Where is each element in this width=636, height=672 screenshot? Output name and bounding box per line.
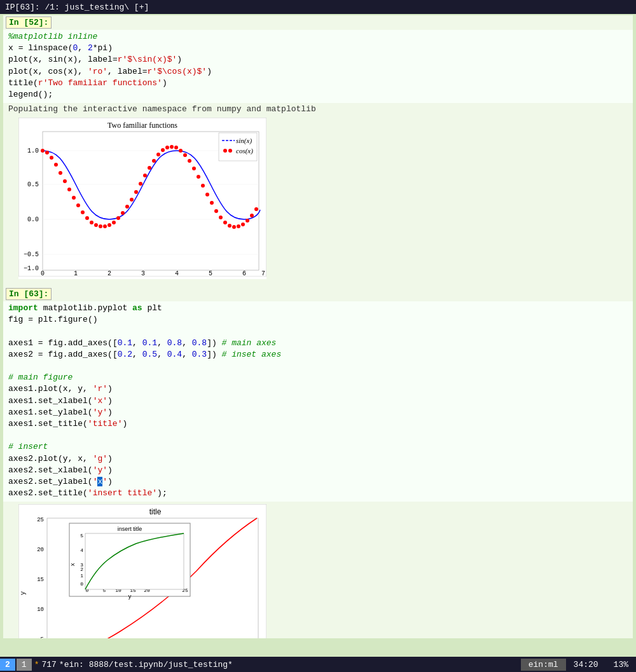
notebook: In [52]: %matplotlib inline x = linspace…: [3, 15, 633, 638]
svg-text:4: 4: [175, 270, 179, 277]
svg-point-47: [161, 148, 165, 152]
svg-point-28: [76, 203, 80, 207]
svg-point-57: [205, 193, 209, 196]
svg-point-45: [152, 159, 156, 163]
svg-point-74: [228, 149, 232, 153]
svg-point-22: [50, 156, 53, 160]
svg-point-41: [134, 190, 138, 194]
svg-point-54: [192, 167, 196, 170]
code-line-6: legend();: [8, 89, 628, 100]
svg-point-32: [94, 223, 98, 227]
c63-line-4: axes1 = fig.add_axes([0.1, 0.1, 0.8, 0.8…: [8, 338, 628, 349]
svg-text:0: 0: [41, 270, 45, 277]
svg-point-65: [241, 223, 245, 226]
svg-point-29: [81, 210, 85, 214]
status-cell-num1: 2: [0, 659, 15, 671]
c63-line-12: [8, 430, 628, 441]
title-text: IP[63]: /1: just_testing\ [+]: [5, 3, 149, 12]
chart-1-svg: Two familiar functions 1.0 0.5 0.0 −0.5 …: [18, 118, 266, 277]
svg-text:15: 15: [37, 577, 44, 583]
svg-point-34: [103, 224, 107, 228]
svg-text:x: x: [70, 563, 76, 566]
svg-point-67: [250, 214, 254, 217]
svg-text:5: 5: [209, 270, 212, 277]
c63-line-3: [8, 326, 628, 338]
svg-point-42: [139, 182, 142, 186]
svg-point-62: [228, 224, 232, 228]
svg-point-63: [232, 225, 236, 229]
svg-point-48: [165, 146, 169, 149]
c63-line-16: axes2.set_ylabel('x'): [8, 476, 628, 488]
svg-point-60: [219, 216, 223, 219]
svg-text:2: 2: [80, 566, 83, 572]
c63-line-5: axes2 = fig.add_axes([0.2, 0.5, 0.4, 0.3…: [8, 349, 628, 360]
svg-text:5: 5: [41, 636, 44, 638]
c63-line-10: axes1.set_ylabel('y'): [8, 407, 628, 418]
code-line-5: title(r'Two familiar functions'): [8, 78, 628, 89]
cell-63-code: import matplotlib.pyplot as plt fig = pl…: [3, 301, 633, 502]
svg-text:0.5: 0.5: [27, 181, 39, 188]
svg-point-25: [63, 179, 67, 183]
title-bar: IP[63]: /1: just_testing\ [+]: [0, 0, 636, 14]
svg-point-23: [54, 163, 58, 167]
svg-point-31: [90, 221, 93, 224]
status-percent: 13%: [606, 659, 636, 671]
svg-point-51: [179, 149, 183, 153]
svg-text:0.0: 0.0: [27, 216, 39, 223]
chart-2-container: title 25 20 15 10 5 0 0 1 2 3 4 5 y x: [18, 504, 266, 638]
svg-point-73: [223, 149, 227, 153]
svg-point-39: [125, 205, 129, 209]
status-bar-right: ein:ml 34:20 13%: [521, 659, 636, 671]
svg-text:6: 6: [242, 270, 246, 277]
svg-point-43: [143, 174, 147, 177]
cell-63-label: In [63]:: [6, 288, 52, 300]
svg-text:20: 20: [37, 547, 44, 553]
svg-text:−1.0: −1.0: [24, 265, 39, 272]
status-cell-num2: 1: [17, 659, 32, 671]
svg-text:y: y: [128, 594, 132, 600]
svg-point-59: [214, 209, 218, 213]
svg-point-38: [121, 211, 125, 215]
c63-line-14: axes2.plot(y, x, 'g'): [8, 453, 628, 465]
svg-point-21: [45, 151, 49, 154]
code-line-3: plot(x, sin(x), label=r'$\sin(x)$'): [8, 54, 628, 65]
status-filename: *ein: 8888/test.ipynb/just_testing*: [59, 660, 233, 669]
svg-point-30: [85, 216, 89, 220]
code-line-1: %matplotlib inline: [8, 31, 628, 43]
svg-point-64: [237, 224, 240, 228]
svg-point-53: [188, 159, 191, 163]
cell-52-output-text: Populating the interactive namespace ein…: [3, 103, 633, 115]
c63-line-7: # main figure: [8, 372, 628, 383]
svg-point-49: [170, 145, 174, 149]
status-modified: *: [34, 660, 39, 669]
c63-line-6: [8, 360, 628, 372]
svg-text:7: 7: [261, 270, 265, 277]
svg-text:1.0: 1.0: [27, 147, 39, 154]
svg-text:10: 10: [37, 607, 44, 613]
svg-text:1: 1: [74, 270, 78, 277]
svg-point-27: [72, 196, 76, 200]
cell-52: In [52]:: [3, 15, 633, 30]
svg-text:5: 5: [80, 533, 83, 538]
c63-line-13: # insert: [8, 441, 628, 453]
c63-line-1: import matplotlib.pyplot as plt: [8, 303, 628, 314]
svg-point-44: [148, 166, 151, 170]
svg-point-50: [174, 146, 178, 149]
svg-text:25: 25: [37, 517, 44, 523]
svg-point-24: [59, 171, 62, 175]
svg-point-35: [107, 223, 111, 227]
c63-line-11: axes1.set_title('title'): [8, 418, 628, 430]
svg-point-52: [183, 153, 187, 157]
status-position: 34:20: [566, 659, 606, 671]
chart-1-container: Two familiar functions 1.0 0.5 0.0 −0.5 …: [18, 118, 266, 279]
cell-63: In [63]:: [3, 287, 633, 301]
cell-52-label: In [52]:: [6, 17, 52, 29]
c63-line-9: axes1.set_xlabel('x'): [8, 395, 628, 407]
svg-point-58: [210, 201, 214, 205]
code-line-2: x = linspace(0, 2*pi): [8, 43, 628, 54]
svg-text:3: 3: [141, 270, 145, 277]
svg-point-61: [223, 221, 227, 224]
svg-text:0: 0: [80, 581, 83, 587]
svg-point-37: [116, 216, 120, 220]
svg-text:sin(x): sin(x): [236, 137, 252, 145]
